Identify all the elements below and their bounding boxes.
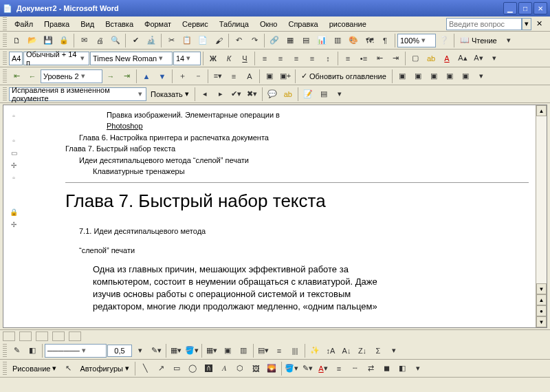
align-right-button[interactable]: ≡ xyxy=(289,51,304,66)
menu-file[interactable]: Файл xyxy=(10,19,38,30)
borders-grid-button[interactable]: ▦▾ xyxy=(168,343,184,358)
font-color-button[interactable]: A xyxy=(439,51,454,66)
grow-font-button[interactable]: A▴ xyxy=(455,51,470,66)
3d-button[interactable]: ◧ xyxy=(395,361,410,376)
normal-view-button[interactable] xyxy=(3,331,15,341)
window-close-doc[interactable]: ✕ xyxy=(531,18,547,30)
highlight-button[interactable]: ab xyxy=(424,51,439,66)
font-color-button[interactable]: A▾ xyxy=(316,361,331,376)
master-doc-button[interactable]: ▣ xyxy=(262,69,277,84)
text-direction-button[interactable]: ↕A xyxy=(323,343,338,358)
line-style-combo[interactable]: ──────▾ xyxy=(45,344,107,358)
autoformat-button[interactable]: ✨ xyxy=(307,343,322,358)
select-objects-button[interactable]: ↖ xyxy=(60,361,76,376)
ask-dropdown[interactable]: ▾ xyxy=(522,18,531,30)
highlight-button[interactable]: ab xyxy=(280,87,296,102)
columns-button[interactable]: ▥ xyxy=(330,33,345,48)
web-view-button[interactable] xyxy=(19,331,32,341)
promote-button[interactable]: ← xyxy=(25,69,40,84)
document-area[interactable]: ▫ ▫ ▭ ✢ ▫ 🔒 ✢ Правка изображений. Элемен… xyxy=(3,105,547,328)
dash-style-button[interactable]: ┄ xyxy=(347,361,362,376)
justify-button[interactable]: ≡ xyxy=(305,51,320,66)
zoom-combo[interactable]: 100%▾ xyxy=(397,34,436,47)
undo-button[interactable]: ↶ xyxy=(231,33,246,48)
italic-button[interactable]: К xyxy=(221,51,236,66)
drawing-toggle-button[interactable]: 🎨 xyxy=(346,33,361,48)
track-changes-button[interactable]: 📝 xyxy=(300,87,316,102)
menu-window[interactable]: Окно xyxy=(255,19,283,30)
next-page-button[interactable]: ▼ xyxy=(536,316,547,327)
fill-color-button[interactable]: 🪣▾ xyxy=(284,361,299,376)
excel-button[interactable]: 📊 xyxy=(314,33,329,48)
redo-button[interactable]: ↷ xyxy=(247,33,262,48)
close-button[interactable]: ✕ xyxy=(534,2,547,14)
mail-button[interactable]: ✉ xyxy=(76,33,91,48)
grip-icon[interactable] xyxy=(3,69,7,83)
move-down-button[interactable]: ▼ xyxy=(155,69,170,84)
research-button[interactable]: 🔬 xyxy=(144,33,159,48)
picture-button[interactable]: 🌄 xyxy=(264,361,279,376)
grip-icon[interactable] xyxy=(3,34,7,47)
subdoc4-button[interactable]: ▣ xyxy=(442,69,457,84)
overflow-button[interactable]: ▾ xyxy=(332,87,347,102)
doc-map-button[interactable]: 🗺 xyxy=(362,33,377,48)
sort-asc-button[interactable]: A↓ xyxy=(339,343,354,358)
prev-change-button[interactable]: ◂ xyxy=(197,87,212,102)
insert-table-button[interactable]: ▤ xyxy=(298,33,314,48)
reject-change-button[interactable]: ✖▾ xyxy=(245,87,260,102)
decrease-indent-button[interactable]: ⇤ xyxy=(372,51,387,66)
arrow-tool-button[interactable]: ↗ xyxy=(153,361,168,376)
distribute-cols-button[interactable]: ||| xyxy=(287,343,302,358)
menu-drawing[interactable]: рисование xyxy=(324,19,371,30)
font-size-combo[interactable]: 14▾ xyxy=(173,52,201,65)
font-combo[interactable]: Times New Roman▾ xyxy=(90,52,173,65)
maximize-button[interactable]: □ xyxy=(518,2,532,14)
underline-button[interactable]: Ч xyxy=(237,51,252,66)
merge-cells-button[interactable]: ▣ xyxy=(220,343,235,358)
grip-icon[interactable] xyxy=(3,87,7,101)
prev-page-button[interactable]: ▲ xyxy=(536,294,547,305)
wordart-button[interactable]: 𝐴 xyxy=(217,361,232,376)
line-color-button[interactable]: ✎▾ xyxy=(300,361,315,376)
rectangle-tool-button[interactable]: ▭ xyxy=(169,361,184,376)
outline-view-button[interactable] xyxy=(52,331,65,341)
oval-tool-button[interactable]: ◯ xyxy=(185,361,200,376)
grip-icon[interactable] xyxy=(3,52,7,65)
sort-desc-button[interactable]: Z↓ xyxy=(355,343,370,358)
styles-pane-button[interactable]: A4 xyxy=(9,52,23,65)
menu-insert[interactable]: Вставка xyxy=(100,19,138,30)
align-cells-button[interactable]: ▤▾ xyxy=(256,343,271,358)
outline-level-combo[interactable]: Уровень 2▾ xyxy=(41,69,102,83)
subdoc1-button[interactable]: ▣ xyxy=(395,69,410,84)
overflow-button[interactable]: ▾ xyxy=(386,343,402,358)
line-style-button[interactable]: ≡ xyxy=(331,361,346,376)
menu-tools[interactable]: Сервис xyxy=(177,19,213,30)
scroll-down-button[interactable]: ▼ xyxy=(536,283,547,294)
menu-edit[interactable]: Правка xyxy=(39,19,74,30)
menu-view[interactable]: Вид xyxy=(76,19,99,30)
drawing-menu-button[interactable]: Рисование ▾ xyxy=(9,361,60,376)
borders-button[interactable]: ▢ xyxy=(408,51,423,66)
show-level-button[interactable]: ≡▾ xyxy=(210,69,226,84)
new-comment-button[interactable]: 💬 xyxy=(265,87,280,102)
split-cells-button[interactable]: ▥ xyxy=(236,343,251,358)
insert-table-button[interactable]: ▦▾ xyxy=(204,343,219,358)
format-painter-button[interactable]: 🖌 xyxy=(211,33,226,48)
show-marks-button[interactable]: ¶ xyxy=(377,33,393,48)
grip-icon[interactable] xyxy=(3,17,7,31)
copy-button[interactable]: 📋 xyxy=(179,33,195,48)
collapse-button[interactable]: － xyxy=(190,69,206,84)
help-button[interactable]: ❔ xyxy=(437,33,452,48)
reviewing-pane-button[interactable]: ▤ xyxy=(316,87,331,102)
grip-icon[interactable] xyxy=(3,344,7,358)
overflow-button[interactable]: ▾ xyxy=(501,33,516,48)
line-spacing-button[interactable]: ↕ xyxy=(320,51,336,66)
subdoc5-button[interactable]: ▣ xyxy=(458,69,473,84)
shading-color-button[interactable]: 🪣▾ xyxy=(184,343,199,358)
autoshapes-button[interactable]: Автофигуры ▾ xyxy=(76,361,133,376)
permission-button[interactable]: 🔒 xyxy=(56,33,72,48)
increase-indent-button[interactable]: ⇥ xyxy=(388,51,403,66)
menu-help[interactable]: Справка xyxy=(283,19,322,30)
bullets-button[interactable]: •≡ xyxy=(356,51,371,66)
weight-dropdown[interactable]: ▾ xyxy=(133,343,148,358)
